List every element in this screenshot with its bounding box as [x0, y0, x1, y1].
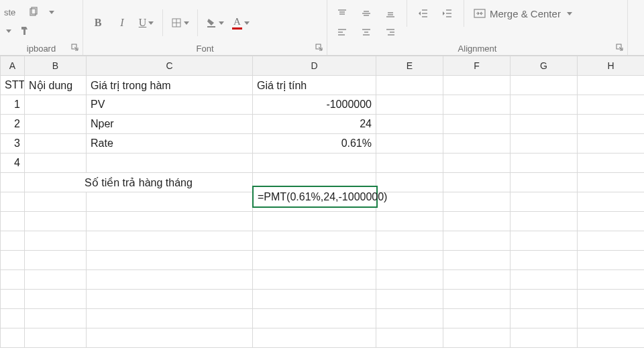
cell[interactable] — [253, 251, 376, 270]
cell[interactable] — [443, 231, 511, 251]
cell[interactable] — [1, 173, 25, 192]
cell[interactable] — [511, 173, 578, 192]
dialog-launcher-clipboard[interactable] — [70, 43, 80, 52]
cell[interactable] — [25, 154, 87, 173]
cell[interactable]: 4 — [1, 154, 25, 173]
cell[interactable] — [253, 290, 376, 309]
cell[interactable] — [376, 231, 443, 251]
cell[interactable] — [511, 290, 578, 309]
cell[interactable] — [25, 290, 87, 309]
fill-color-button[interactable] — [203, 15, 227, 31]
cell[interactable] — [1, 192, 25, 212]
col-header[interactable]: B — [25, 56, 87, 76]
cell[interactable] — [443, 76, 511, 95]
cell[interactable] — [443, 192, 511, 212]
cell[interactable] — [25, 134, 87, 154]
cell[interactable]: PV — [87, 95, 253, 115]
dialog-launcher-font[interactable] — [315, 43, 324, 52]
cell[interactable] — [443, 134, 511, 154]
cell[interactable] — [578, 192, 645, 212]
align-bottom-button[interactable] — [380, 5, 401, 21]
cell[interactable] — [443, 328, 511, 348]
cell[interactable]: Nội dung — [25, 76, 87, 95]
cell[interactable] — [25, 270, 87, 290]
decrease-indent-button[interactable] — [413, 5, 434, 21]
cell[interactable] — [511, 115, 578, 134]
cell[interactable] — [25, 192, 87, 212]
cell[interactable]: Nper — [87, 115, 253, 134]
cell[interactable] — [578, 251, 645, 270]
formula-editor[interactable]: =PMT(0.61%,24,-1000000) — [252, 186, 378, 208]
cell[interactable]: Giá trị trong hàm — [87, 76, 253, 95]
cell[interactable] — [578, 95, 645, 115]
cell[interactable] — [578, 309, 645, 328]
cell[interactable] — [511, 251, 578, 270]
cell[interactable] — [511, 212, 578, 231]
cell[interactable] — [253, 309, 376, 328]
cell[interactable] — [376, 76, 443, 95]
cell[interactable] — [253, 328, 376, 348]
cell[interactable] — [511, 192, 578, 212]
cell[interactable] — [25, 309, 87, 328]
cell[interactable] — [511, 270, 578, 290]
cell[interactable] — [376, 95, 443, 115]
col-header[interactable]: C — [87, 56, 253, 76]
cell[interactable] — [578, 154, 645, 173]
cell[interactable] — [376, 173, 443, 192]
cell[interactable] — [376, 328, 443, 348]
cell[interactable] — [376, 212, 443, 231]
cell[interactable] — [25, 95, 87, 115]
cell[interactable] — [443, 95, 511, 115]
col-header[interactable]: F — [443, 56, 511, 76]
cell[interactable] — [443, 251, 511, 270]
cell[interactable] — [87, 192, 253, 212]
cell[interactable] — [578, 231, 645, 251]
cell[interactable]: STT — [1, 76, 25, 95]
cell[interactable] — [578, 76, 645, 95]
col-header[interactable]: E — [376, 56, 443, 76]
format-painter-button[interactable] — [14, 23, 36, 39]
cell[interactable] — [376, 115, 443, 134]
align-center-button[interactable] — [356, 24, 377, 40]
cell[interactable] — [87, 231, 253, 251]
cell[interactable] — [578, 290, 645, 309]
cell[interactable] — [253, 154, 376, 173]
cell[interactable] — [87, 309, 253, 328]
increase-indent-button[interactable] — [437, 5, 458, 21]
align-top-button[interactable] — [331, 5, 353, 21]
cell[interactable] — [376, 251, 443, 270]
cell[interactable] — [25, 251, 87, 270]
copy-button[interactable] — [23, 4, 44, 20]
col-header[interactable]: A — [1, 56, 25, 76]
cell[interactable] — [87, 290, 253, 309]
cell[interactable] — [25, 328, 87, 348]
cell[interactable] — [253, 270, 376, 290]
cell[interactable] — [1, 328, 25, 348]
cell[interactable] — [87, 328, 253, 348]
cell[interactable] — [25, 115, 87, 134]
cell[interactable] — [511, 328, 578, 348]
align-right-button[interactable] — [380, 24, 401, 40]
cell[interactable] — [511, 76, 578, 95]
cell[interactable] — [1, 212, 25, 231]
cell[interactable] — [87, 212, 253, 231]
cell[interactable] — [1, 309, 25, 328]
cell[interactable]: 0.61% — [253, 134, 376, 154]
cell[interactable]: Giá trị tính — [253, 76, 376, 95]
cell[interactable] — [511, 309, 578, 328]
cell[interactable] — [87, 251, 253, 270]
italic-button[interactable]: I — [111, 15, 133, 31]
merge-center-button[interactable]: Merge & Center — [470, 5, 576, 22]
cell[interactable] — [511, 154, 578, 173]
bold-button[interactable]: B — [87, 15, 109, 31]
cell[interactable]: 3 — [1, 134, 25, 154]
cell[interactable] — [253, 231, 376, 251]
cell[interactable] — [578, 270, 645, 290]
col-header[interactable]: G — [511, 56, 578, 76]
cell[interactable] — [578, 328, 645, 348]
cell[interactable] — [376, 270, 443, 290]
cell[interactable] — [443, 154, 511, 173]
cell[interactable] — [1, 231, 25, 251]
cell[interactable] — [443, 173, 511, 192]
cell[interactable] — [443, 290, 511, 309]
